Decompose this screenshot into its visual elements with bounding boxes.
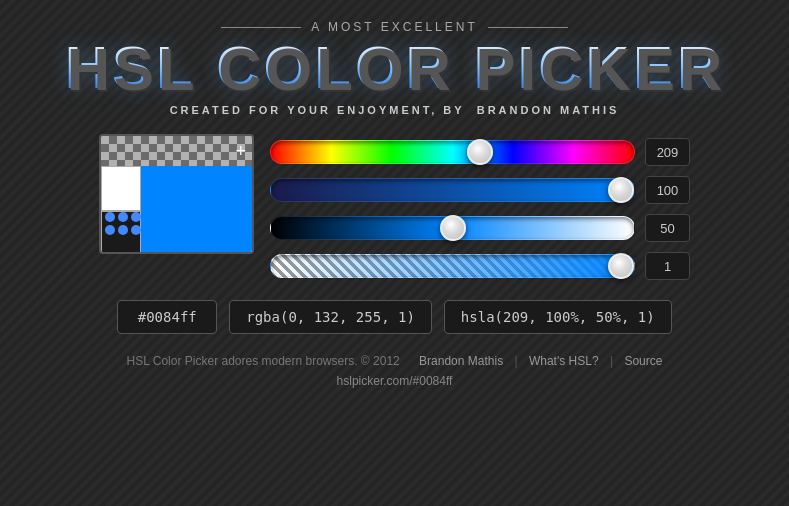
footer-divider-3: | <box>610 354 613 368</box>
output-row: #0084ff rgba(0, 132, 255, 1) hsla(209, 1… <box>117 300 671 334</box>
alpha-slider[interactable] <box>271 255 634 277</box>
hex-output[interactable]: #0084ff <box>117 300 217 334</box>
alpha-row: 1 <box>270 252 690 280</box>
alpha-value: 1 <box>645 252 690 280</box>
hue-slider[interactable] <box>271 141 634 163</box>
footer-url[interactable]: hslpicker.com/#0084ff <box>127 374 663 388</box>
saturation-track[interactable] <box>270 178 635 202</box>
hue-track[interactable] <box>270 140 635 164</box>
lightness-slider[interactable] <box>271 217 634 239</box>
add-swatch-icon[interactable]: + <box>235 141 246 162</box>
hue-row: 209 <box>270 138 690 166</box>
author-name: Brandon Mathis <box>477 104 620 116</box>
alpha-track[interactable] <box>270 254 635 278</box>
footer-text: HSL Color Picker adores modern browsers.… <box>127 354 400 368</box>
divider-left <box>221 27 301 28</box>
swatch-top-bar: + <box>101 136 252 166</box>
saturation-row: 100 <box>270 176 690 204</box>
dot-3[interactable] <box>131 212 141 222</box>
lightness-track[interactable] <box>270 216 635 240</box>
saturation-value: 100 <box>645 176 690 204</box>
hue-value: 209 <box>645 138 690 166</box>
dot-2[interactable] <box>118 212 128 222</box>
dot-4[interactable] <box>105 225 115 235</box>
footer: HSL Color Picker adores modern browsers.… <box>127 354 663 388</box>
subtitle-line: A Most Excellent <box>65 20 725 34</box>
created-by-prefix: Created for your enjoyment, by <box>170 104 465 116</box>
footer-divider-2: | <box>514 354 517 368</box>
main-color-swatch <box>141 166 252 252</box>
picker-area: + 209 100 <box>99 134 690 280</box>
dot-5[interactable] <box>118 225 128 235</box>
whats-hsl-link[interactable]: What's HSL? <box>529 354 599 368</box>
hsla-output[interactable]: hsla(209, 100%, 50%, 1) <box>444 300 672 334</box>
brandon-mathis-link[interactable]: Brandon Mathis <box>419 354 503 368</box>
rgba-output[interactable]: rgba(0, 132, 255, 1) <box>229 300 432 334</box>
dot-1[interactable] <box>105 212 115 222</box>
lightness-row: 50 <box>270 214 690 242</box>
sliders-panel: 209 100 50 1 <box>270 134 690 280</box>
main-title: HSL Color Picker <box>65 38 725 98</box>
swatch-dots <box>105 212 141 248</box>
swatch-panel: + <box>99 134 254 254</box>
lightness-value: 50 <box>645 214 690 242</box>
created-by: Created for your enjoyment, by Brandon M… <box>65 104 725 116</box>
divider-right <box>488 27 568 28</box>
swatch-white[interactable] <box>101 166 141 211</box>
subtitle-text: A Most Excellent <box>311 20 477 34</box>
header: A Most Excellent HSL Color Picker Create… <box>65 20 725 116</box>
dot-6[interactable] <box>131 225 141 235</box>
saturation-slider[interactable] <box>271 179 634 201</box>
source-link[interactable]: Source <box>624 354 662 368</box>
